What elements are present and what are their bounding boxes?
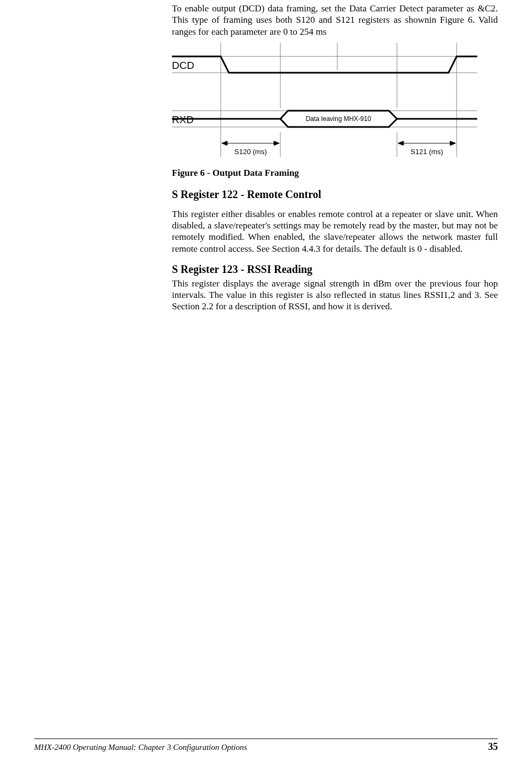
section-heading-123: S Register 123 - RSSI Reading xyxy=(172,263,498,276)
page-footer: MHX-2400 Operating Manual: Chapter 3 Con… xyxy=(34,739,498,753)
svg-marker-15 xyxy=(274,141,279,145)
section-heading-122: S Register 122 - Remote Control xyxy=(172,188,498,201)
section-body-122: This register either disables or enables… xyxy=(172,208,498,254)
data-box-label: Data leaving MHX-910 xyxy=(306,115,371,123)
section-body-123: This register displays the average signa… xyxy=(172,278,498,313)
svg-marker-18 xyxy=(450,141,456,145)
timing-diagram: Data leaving MHX-910 S120 (ms) S121 (ms)… xyxy=(172,43,477,162)
s120-label: S120 (ms) xyxy=(234,148,267,156)
s121-label: S121 (ms) xyxy=(411,148,443,156)
svg-marker-17 xyxy=(398,141,403,145)
rxd-signal-label: RXD xyxy=(172,114,194,125)
svg-marker-14 xyxy=(222,141,227,145)
dcd-signal-label: DCD xyxy=(172,60,194,71)
footer-title: MHX-2400 Operating Manual: Chapter 3 Con… xyxy=(34,743,247,752)
intro-paragraph: To enable output (DCD) data framing, set… xyxy=(172,3,498,37)
figure-caption: Figure 6 - Output Data Framing xyxy=(172,168,498,179)
page-number: 35 xyxy=(488,741,498,753)
